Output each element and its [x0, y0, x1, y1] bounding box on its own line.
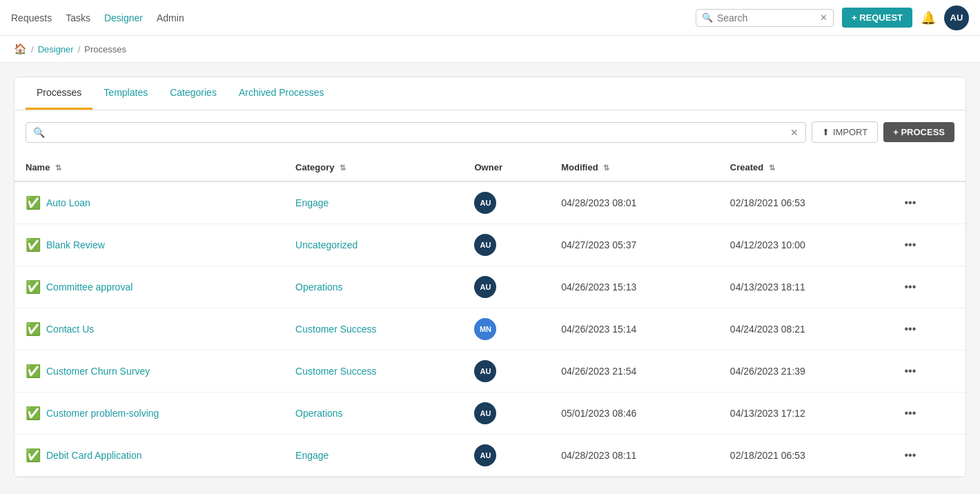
col-category[interactable]: Category ⇅ [284, 154, 463, 181]
cell-category-0: Engage [284, 181, 463, 224]
col-actions [888, 154, 966, 181]
table-body: ✅ Auto Loan Engage AU 04/28/2023 08:01 0… [14, 181, 966, 477]
cell-owner-2: AU [463, 266, 550, 308]
add-process-button[interactable]: + PROCESS [883, 122, 954, 142]
table-row: ✅ Auto Loan Engage AU 04/28/2023 08:01 0… [14, 181, 966, 224]
cell-name-0: ✅ Auto Loan [14, 181, 284, 224]
category-link-2[interactable]: Operations [295, 281, 342, 293]
status-icon-4: ✅ [26, 364, 41, 379]
process-name-link-2[interactable]: Committee approval [46, 281, 133, 293]
cell-name-4: ✅ Customer Churn Survey [14, 350, 284, 393]
sort-modified-icon: ⇅ [603, 164, 609, 172]
tabs-bar: Processes Templates Categories Archived … [14, 77, 966, 110]
nav-designer[interactable]: Designer [104, 12, 143, 23]
col-owner: Owner [463, 154, 550, 181]
nav-admin[interactable]: Admin [157, 12, 184, 23]
table-header-row: Name ⇅ Category ⇅ Owner Modified ⇅ [14, 154, 966, 181]
home-icon[interactable]: 🏠 [14, 43, 27, 55]
process-name-link-5[interactable]: Customer problem-solving [46, 408, 159, 419]
owner-avatar-3: MN [474, 318, 496, 340]
owner-avatar-6: AU [474, 444, 496, 466]
tab-templates[interactable]: Templates [92, 77, 159, 110]
import-button[interactable]: ⬆ IMPORT [812, 121, 878, 143]
category-link-5[interactable]: Operations [295, 408, 342, 419]
cell-created-3: 04/24/2023 08:21 [719, 308, 888, 350]
category-link-4[interactable]: Customer Success [295, 366, 376, 377]
cell-more-0: ••• [888, 181, 966, 224]
cell-created-1: 04/12/2023 10:00 [719, 224, 888, 266]
col-created[interactable]: Created ⇅ [719, 154, 888, 181]
processes-table: Name ⇅ Category ⇅ Owner Modified ⇅ [14, 154, 966, 477]
process-name-link-4[interactable]: Customer Churn Survey [46, 366, 150, 377]
table-row: ✅ Customer Churn Survey Customer Success… [14, 350, 966, 393]
toolbar: 🔍 ✕ ⬆ IMPORT + PROCESS [14, 110, 966, 154]
table-row: ✅ Contact Us Customer Success MN 04/26/2… [14, 308, 966, 350]
sort-created-icon: ⇅ [769, 164, 775, 172]
cell-category-4: Customer Success [284, 350, 463, 393]
cell-created-5: 04/13/2023 17:12 [719, 393, 888, 435]
tab-processes[interactable]: Processes [26, 77, 92, 110]
process-name-link-6[interactable]: Debit Card Application [46, 450, 142, 461]
cell-name-5: ✅ Customer problem-solving [14, 393, 284, 435]
top-nav: Requests Tasks Designer Admin 🔍 ✕ + REQU… [0, 0, 980, 36]
process-search-input[interactable] [49, 127, 786, 138]
col-modified[interactable]: Modified ⇅ [550, 154, 719, 181]
notification-icon[interactable]: 🔔 [921, 10, 936, 26]
cell-name-6: ✅ Debit Card Application [14, 435, 284, 477]
processes-card: Processes Templates Categories Archived … [14, 77, 966, 477]
table-row: ✅ Committee approval Operations AU 04/26… [14, 266, 966, 308]
more-button-6[interactable]: ••• [899, 446, 922, 464]
owner-avatar-4: AU [474, 360, 496, 382]
more-button-3[interactable]: ••• [899, 320, 922, 338]
nav-right: 🔍 ✕ + REQUEST 🔔 AU [696, 6, 969, 30]
category-link-0[interactable]: Engage [295, 197, 329, 208]
col-name[interactable]: Name ⇅ [14, 154, 284, 181]
process-name-link-3[interactable]: Contact Us [46, 324, 94, 335]
owner-avatar-5: AU [474, 402, 496, 424]
tab-archived-processes[interactable]: Archived Processes [228, 77, 335, 110]
owner-avatar-2: AU [474, 276, 496, 298]
category-link-6[interactable]: Engage [295, 450, 329, 461]
process-name-link-0[interactable]: Auto Loan [46, 197, 90, 208]
cell-owner-1: AU [463, 224, 550, 266]
processes-table-wrap: Name ⇅ Category ⇅ Owner Modified ⇅ [14, 154, 966, 477]
cell-category-6: Engage [284, 435, 463, 477]
breadcrumb-processes: Processes [84, 44, 126, 55]
cell-owner-0: AU [463, 181, 550, 224]
cell-modified-3: 04/26/2023 15:14 [550, 308, 719, 350]
cell-more-3: ••• [888, 308, 966, 350]
tab-categories[interactable]: Categories [159, 77, 228, 110]
more-button-5[interactable]: ••• [899, 404, 922, 422]
cell-name-3: ✅ Contact Us [14, 308, 284, 350]
more-button-2[interactable]: ••• [899, 278, 922, 296]
table-row: ✅ Debit Card Application Engage AU 04/28… [14, 435, 966, 477]
status-icon-3: ✅ [26, 322, 41, 337]
global-search-input[interactable] [717, 12, 820, 23]
cell-created-6: 02/18/2021 06:53 [719, 435, 888, 477]
request-button[interactable]: + REQUEST [842, 8, 912, 28]
more-button-1[interactable]: ••• [899, 236, 922, 254]
more-button-0[interactable]: ••• [899, 194, 922, 212]
status-icon-0: ✅ [26, 195, 41, 210]
global-search-clear[interactable]: ✕ [820, 12, 827, 23]
more-button-4[interactable]: ••• [899, 362, 922, 380]
import-icon: ⬆ [822, 127, 830, 137]
process-search-clear[interactable]: ✕ [790, 127, 798, 138]
nav-requests[interactable]: Requests [11, 12, 52, 23]
process-search-bar: 🔍 ✕ [26, 122, 806, 143]
cell-more-4: ••• [888, 350, 966, 393]
user-avatar[interactable]: AU [944, 6, 969, 30]
cell-modified-4: 04/26/2023 21:54 [550, 350, 719, 393]
process-name-link-1[interactable]: Blank Review [46, 239, 105, 250]
category-link-1[interactable]: Uncategorized [295, 239, 357, 250]
cell-more-1: ••• [888, 224, 966, 266]
breadcrumb-designer[interactable]: Designer [38, 44, 74, 55]
cell-modified-2: 04/26/2023 15:13 [550, 266, 719, 308]
table-row: ✅ Blank Review Uncategorized AU 04/27/20… [14, 224, 966, 266]
category-link-3[interactable]: Customer Success [295, 324, 376, 335]
cell-modified-0: 04/28/2023 08:01 [550, 181, 719, 224]
table-row: ✅ Customer problem-solving Operations AU… [14, 393, 966, 435]
cell-created-4: 04/26/2023 21:39 [719, 350, 888, 393]
nav-tasks[interactable]: Tasks [66, 12, 90, 23]
owner-avatar-0: AU [474, 192, 496, 214]
